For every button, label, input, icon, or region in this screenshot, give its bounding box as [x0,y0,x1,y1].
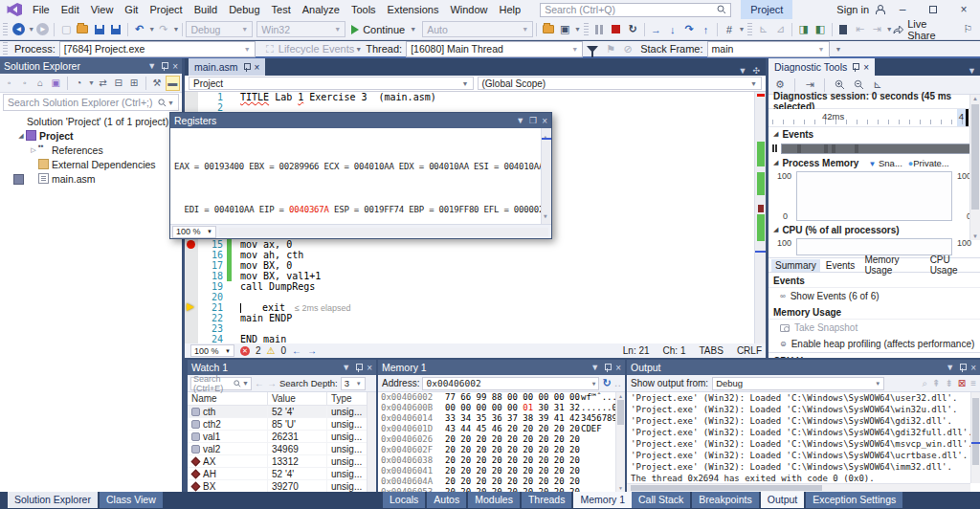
watch-name-cell[interactable]: AH [188,468,268,479]
startup-item-dropdown[interactable]: Auto▼ [422,21,533,37]
suspend-thread-icon[interactable]: ⊘ [619,40,636,57]
stop-debugging-button[interactable] [608,21,624,38]
breakpoint-gutter[interactable] [185,281,198,292]
breakpoint-icon[interactable] [187,240,195,249]
watch-name-cell[interactable]: cth [188,406,268,417]
close-panel-icon[interactable]: × [172,61,178,72]
editor-scrollbar[interactable] [754,92,766,343]
watch-name-cell[interactable]: BX [188,480,268,492]
menu-view[interactable]: View [85,2,120,17]
break-all-button[interactable] [591,21,608,38]
undo-dropdown[interactable]: ▼ [148,26,155,33]
code-line-16[interactable]: 16mov ah, cth [185,250,766,260]
breakpoint-gutter[interactable] [185,302,198,313]
memory-row[interactable]: 0x0040601433 34 35 36 37 38 39 41 423456… [378,413,625,424]
code-text[interactable]: exit≤ 2ms elapsed [232,302,351,313]
menu-extensions[interactable]: Extensions [382,2,445,17]
watch-row-val1[interactable]: val126231unsig... [188,431,376,443]
goto-next-message-icon[interactable]: ⇟ [945,378,952,389]
step-out-button[interactable]: ↑ [698,21,714,38]
show-events-link[interactable]: ∞ Show Events (6 of 6) [768,288,980,304]
bottom-tab-class-view[interactable]: Class View [100,492,163,508]
process-dropdown[interactable]: [7684] Project.exe▼ [59,41,256,57]
tree-item-external-dependencies[interactable]: External Dependencies [0,157,182,171]
pin-icon[interactable] [355,364,362,372]
code-line-15[interactable]: 15mov ax, 0 [185,239,766,250]
tree-item-references[interactable]: ▷References [0,143,182,157]
memory-row[interactable]: 0x0040604120 20 20 20 20 20 20 20 20 [378,466,625,476]
new-project-icon[interactable]: ▢ [57,21,74,38]
code-line-19[interactable]: 19call DumpRegs [185,281,766,292]
watch-search-input[interactable]: Search (Ctrl+E) ▼ [190,377,252,390]
perf-tip[interactable]: ≤ 2ms elapsed [295,303,350,313]
code-text[interactable] [232,292,240,302]
breakpoint-gutter[interactable] [185,250,198,260]
breakpoint-gutter[interactable] [185,239,198,250]
window-position-dropdown-icon[interactable]: ▼ [342,363,350,372]
nav-forward-arrow[interactable]: → [307,345,317,356]
hex-dropdown[interactable]: ▼ [739,26,746,33]
bookmark-icon[interactable] [835,21,852,38]
sign-in-button[interactable]: Sign in [836,4,869,15]
bottom-tab-threads[interactable]: Threads [522,492,572,508]
cpu-section-header[interactable]: ◢CPU (% of all processors) [768,223,980,236]
home-icon[interactable]: ⌂ [33,76,47,91]
memory-row[interactable]: 0x0040600B00 00 00 00 00 01 30 31 32....… [378,403,625,413]
step-forward-icon[interactable]: ◧ [812,21,828,38]
menu-analyze[interactable]: Analyze [297,2,345,17]
tab-overflow-icon[interactable]: ▼ [968,66,980,76]
show-next-statement-icon[interactable]: → [648,21,664,38]
thread-dropdown[interactable]: [16080] Main Thread▼ [406,41,583,57]
lifecycle-events-icon[interactable]: ⛶ [261,40,278,57]
code-text[interactable]: mov ah, cth [232,250,303,260]
parallel-watch-icon[interactable]: ⊿ [772,21,789,38]
float-icon[interactable]: ❐ [529,116,537,125]
breakpoint-gutter[interactable] [185,260,198,271]
diagnostics-timeline[interactable]: 42ms 4 [768,109,980,127]
memory-row[interactable]: 0x0040602620 20 20 20 20 20 20 20 20 [378,434,625,445]
breakpoint-gutter[interactable] [185,334,198,343]
goto-prev-message-icon[interactable]: ⇞ [932,378,940,389]
menu-help[interactable]: Help [494,2,527,17]
bottom-tab-exception-settings[interactable]: Exception Settings [806,492,902,508]
bottom-tab-modules[interactable]: Modules [468,492,520,508]
feedback-icon[interactable]: ⚐ [960,21,976,38]
live-share-button[interactable]: Live Share [907,18,956,41]
breakpoint-gutter[interactable] [185,292,198,302]
watch-value[interactable]: 13312 [268,455,327,467]
enable-heap-profiling-button[interactable]: ⊜ Enable heap profiling (affects perform… [768,336,980,352]
split-window-icon[interactable]: ✣ [752,66,760,76]
error-count[interactable]: 2 [256,345,261,356]
account-icon[interactable] [875,5,884,14]
memory-titlebar[interactable]: Memory 1 ▼ × [378,360,625,375]
save-icon[interactable] [91,21,107,38]
pin-icon[interactable] [959,364,966,372]
preview-icon[interactable]: ▣ [557,21,573,38]
code-text[interactable]: mov ax, 0 [232,239,292,250]
menu-edit[interactable]: Edit [56,2,85,17]
close-watch-icon[interactable]: × [367,363,372,373]
registers-hscrollbar[interactable] [219,228,548,236]
code-text[interactable]: main ENDP [232,313,292,323]
back-icon[interactable]: ◦ [2,76,16,91]
code-text[interactable]: mov BX, 0 [232,260,292,271]
close-memory-icon[interactable]: × [615,363,621,373]
continue-button[interactable]: Continue ▼ [345,21,422,38]
watch-row-cth2[interactable]: cth285 'U'unsig... [188,418,376,431]
bottom-tab-output[interactable]: Output [761,492,805,508]
stack-frame-dropdown[interactable]: main▼ [707,41,830,57]
navigate-forward-button[interactable]: ► [34,21,51,38]
sync-with-active-document-icon[interactable]: ⇄ [96,76,110,91]
code-line-24[interactable]: 24END main [185,334,766,343]
close-tab-icon[interactable]: × [863,62,869,73]
watch-value[interactable]: 34969 [268,443,327,454]
code-text[interactable] [232,323,240,334]
code-text[interactable]: TITLE Lab 1 Exercise 3 (main.asm) [232,92,436,102]
close-output-icon[interactable]: × [970,363,976,373]
lifecycle-events-button[interactable]: Lifecycle Events [278,43,354,55]
tab-diagnostic-tools[interactable]: Diagnostic Tools × [768,58,875,76]
output-hscrollbar[interactable] [627,483,970,492]
breakpoint-gutter[interactable] [185,313,198,323]
take-snapshot-button[interactable]: Take Snapshot [768,320,980,336]
diag-tab-summary[interactable]: Summary [771,259,820,272]
